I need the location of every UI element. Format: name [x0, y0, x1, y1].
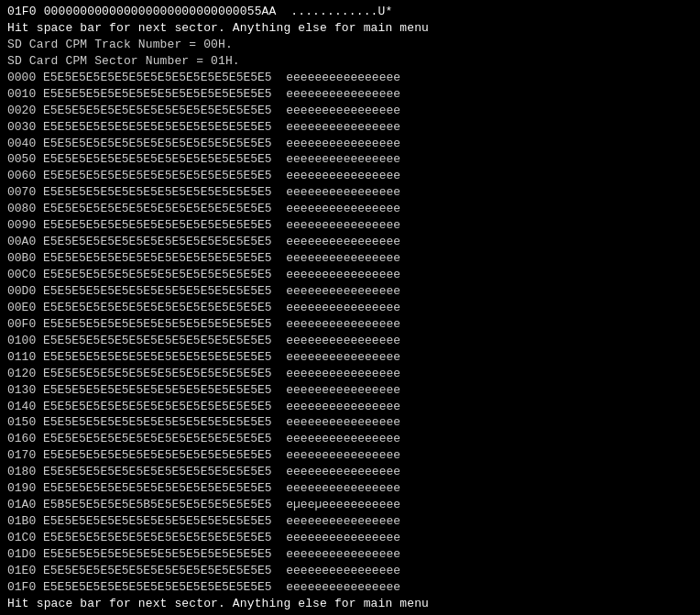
hex-row: 0070 E5E5E5E5E5E5E5E5E5E5E5E5E5E5E5E5 ee… — [7, 184, 693, 201]
header-line: 01F0 000000000000000000000000000055AA ..… — [7, 4, 693, 20]
hex-row: 00F0 E5E5E5E5E5E5E5E5E5E5E5E5E5E5E5E5 ee… — [7, 316, 693, 333]
hex-row: 01F0 E5E5E5E5E5E5E5E5E5E5E5E5E5E5E5E5 ee… — [7, 579, 693, 596]
hex-row: 0080 E5E5E5E5E5E5E5E5E5E5E5E5E5E5E5E5 ee… — [7, 201, 693, 217]
hex-row: 0130 E5E5E5E5E5E5E5E5E5E5E5E5E5E5E5E5 ee… — [7, 382, 693, 399]
hex-row: 00B0 E5E5E5E5E5E5E5E5E5E5E5E5E5E5E5E5 ee… — [7, 250, 693, 267]
hex-row: 01D0 E5E5E5E5E5E5E5E5E5E5E5E5E5E5E5E5 ee… — [7, 546, 693, 563]
hex-dump: 0000 E5E5E5E5E5E5E5E5E5E5E5E5E5E5E5E5 ee… — [7, 70, 693, 596]
hex-row: 0120 E5E5E5E5E5E5E5E5E5E5E5E5E5E5E5E5 ee… — [7, 366, 693, 382]
hex-row: 01B0 E5E5E5E5E5E5E5E5E5E5E5E5E5E5E5E5 ee… — [7, 513, 693, 530]
hex-row: 0090 E5E5E5E5E5E5E5E5E5E5E5E5E5E5E5E5 ee… — [7, 217, 693, 234]
hex-row: 0060 E5E5E5E5E5E5E5E5E5E5E5E5E5E5E5E5 ee… — [7, 168, 693, 184]
hex-row: 00E0 E5E5E5E5E5E5E5E5E5E5E5E5E5E5E5E5 ee… — [7, 300, 693, 316]
prompt-bottom: Hit space bar for next sector. Anything … — [7, 596, 693, 612]
hex-row: 0110 E5E5E5E5E5E5E5E5E5E5E5E5E5E5E5E5 ee… — [7, 349, 693, 366]
hex-row: 01C0 E5E5E5E5E5E5E5E5E5E5E5E5E5E5E5E5 ee… — [7, 530, 693, 546]
terminal-screen: 01F0 000000000000000000000000000055AA ..… — [0, 0, 700, 615]
hex-row: 0160 E5E5E5E5E5E5E5E5E5E5E5E5E5E5E5E5 ee… — [7, 431, 693, 447]
hex-row: 0170 E5E5E5E5E5E5E5E5E5E5E5E5E5E5E5E5 ee… — [7, 447, 693, 464]
sector-line: SD Card CPM Sector Number = 01H. — [7, 53, 693, 70]
prompt-top: Hit space bar for next sector. Anything … — [7, 20, 693, 37]
hex-row: 0190 E5E5E5E5E5E5E5E5E5E5E5E5E5E5E5E5 ee… — [7, 480, 693, 497]
hex-row: 00A0 E5E5E5E5E5E5E5E5E5E5E5E5E5E5E5E5 ee… — [7, 234, 693, 250]
hex-row: 0180 E5E5E5E5E5E5E5E5E5E5E5E5E5E5E5E5 ee… — [7, 464, 693, 480]
hex-row: 0050 E5E5E5E5E5E5E5E5E5E5E5E5E5E5E5E5 ee… — [7, 151, 693, 168]
hex-row: 00D0 E5E5E5E5E5E5E5E5E5E5E5E5E5E5E5E5 ee… — [7, 283, 693, 300]
track-line: SD Card CPM Track Number = 00H. — [7, 37, 693, 53]
hex-row: 0150 E5E5E5E5E5E5E5E5E5E5E5E5E5E5E5E5 ee… — [7, 414, 693, 431]
hex-row: 01A0 E5B5E5E5E5E5E5B5E5E5E5E5E5E5E5E5 eµ… — [7, 497, 693, 513]
hex-row: 0100 E5E5E5E5E5E5E5E5E5E5E5E5E5E5E5E5 ee… — [7, 333, 693, 349]
hex-row: 0020 E5E5E5E5E5E5E5E5E5E5E5E5E5E5E5E5 ee… — [7, 103, 693, 119]
hex-row: 0040 E5E5E5E5E5E5E5E5E5E5E5E5E5E5E5E5 ee… — [7, 136, 693, 152]
hex-row: 0030 E5E5E5E5E5E5E5E5E5E5E5E5E5E5E5E5 ee… — [7, 119, 693, 136]
hex-row: 00C0 E5E5E5E5E5E5E5E5E5E5E5E5E5E5E5E5 ee… — [7, 267, 693, 283]
hex-row: 0140 E5E5E5E5E5E5E5E5E5E5E5E5E5E5E5E5 ee… — [7, 399, 693, 415]
hex-row: 0010 E5E5E5E5E5E5E5E5E5E5E5E5E5E5E5E5 ee… — [7, 86, 693, 103]
hex-row: 01E0 E5E5E5E5E5E5E5E5E5E5E5E5E5E5E5E5 ee… — [7, 563, 693, 579]
hex-row: 0000 E5E5E5E5E5E5E5E5E5E5E5E5E5E5E5E5 ee… — [7, 70, 693, 86]
